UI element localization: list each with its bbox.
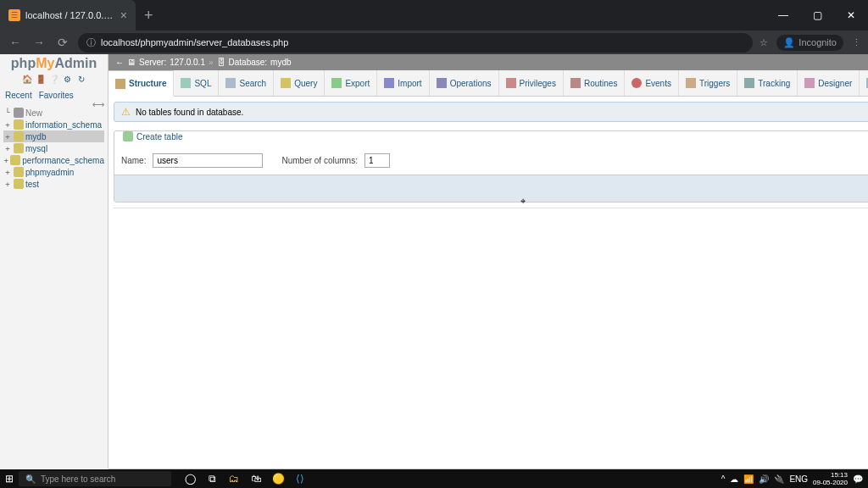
reload-button[interactable]: ⟳ xyxy=(54,36,71,49)
pma-logo[interactable]: phpMyAdmin xyxy=(0,54,108,73)
tab-favorites[interactable]: Favorites xyxy=(39,91,74,100)
import-icon xyxy=(384,78,394,88)
docs-icon[interactable]: ❔ xyxy=(48,75,59,86)
new-tab-button[interactable]: + xyxy=(136,0,162,30)
table-name-input[interactable] xyxy=(153,153,263,168)
export-icon xyxy=(331,78,342,88)
sql-icon xyxy=(181,78,191,88)
routines-icon xyxy=(570,78,581,88)
triggers-icon xyxy=(686,78,696,88)
lang-indicator[interactable]: ENG xyxy=(789,474,808,484)
search-icon: 🔍 xyxy=(25,474,36,484)
db-link[interactable]: mydb xyxy=(270,58,291,67)
query-icon xyxy=(281,78,291,88)
columns-label: Number of columns: xyxy=(281,156,357,165)
sound-icon[interactable]: 🔊 xyxy=(759,474,769,484)
close-window-button[interactable]: ✕ xyxy=(834,0,868,30)
home-icon[interactable]: 🏠 xyxy=(21,75,32,86)
cloud-icon[interactable]: ☁ xyxy=(730,474,738,484)
tab-operations[interactable]: Operations xyxy=(430,70,499,96)
tree-db-mysql[interactable]: +mysql xyxy=(3,142,104,154)
db-icon xyxy=(14,167,24,177)
no-tables-notice: ⚠ No tables found in database. xyxy=(114,102,868,122)
tree-new-db[interactable]: └New xyxy=(3,107,104,119)
incognito-badge[interactable]: 👤 Incognito xyxy=(776,35,843,51)
tray-up-icon[interactable]: ^ xyxy=(721,474,726,484)
maximize-button[interactable]: ▢ xyxy=(800,0,834,30)
tab-export[interactable]: Export xyxy=(325,70,377,96)
tree-db-phpmyadmin[interactable]: +phpmyadmin xyxy=(3,166,104,178)
separator xyxy=(114,208,868,208)
reload-nav-icon[interactable]: ↻ xyxy=(75,75,86,86)
recent-favorites-tabs: Recent Favorites xyxy=(0,87,108,103)
db-icon xyxy=(14,119,24,130)
events-icon xyxy=(632,78,642,88)
bookmark-icon[interactable]: ☆ xyxy=(760,37,768,48)
tab-structure[interactable]: Structure xyxy=(108,70,174,97)
address-bar: ← → ⟳ ⓘ localhost/phpmyadmin/server_data… xyxy=(0,30,868,54)
store-icon[interactable]: 🛍 xyxy=(246,471,266,486)
browser-tabs-bar: ☰ localhost / 127.0.0.1 / mydb | ph × + … xyxy=(0,0,868,30)
create-table-legend: Create table xyxy=(120,131,186,141)
nav-toggle-icon[interactable]: ← xyxy=(115,58,124,67)
cortana-icon[interactable]: ◯ xyxy=(180,471,200,486)
tab-query[interactable]: Query xyxy=(274,70,325,96)
tree-db-performance-schema[interactable]: +performance_schema xyxy=(3,154,104,166)
search-placeholder: Type here to search xyxy=(41,474,115,484)
browser-tab[interactable]: ☰ localhost / 127.0.0.1 / mydb | ph × xyxy=(0,0,136,30)
tab-import[interactable]: Import xyxy=(377,70,429,96)
logout-icon[interactable]: 🚪 xyxy=(35,75,46,86)
tab-central-columns[interactable]: Central columns xyxy=(860,70,868,96)
tab-designer[interactable]: Designer xyxy=(798,70,860,96)
tab-sql[interactable]: SQL xyxy=(174,70,219,96)
server-link[interactable]: 127.0.0.1 xyxy=(170,58,205,67)
tracking-icon xyxy=(744,78,754,88)
create-table-form-row: Name: Number of columns: xyxy=(114,147,868,175)
database-icon: 🗄 xyxy=(217,58,225,67)
database-tree: └New +information_schema +mydb +mysql +p… xyxy=(0,103,108,469)
designer-icon xyxy=(804,78,815,88)
tab-routines[interactable]: Routines xyxy=(564,70,625,96)
wifi-icon[interactable]: 📶 xyxy=(743,474,754,484)
vscode-icon[interactable]: ⟨⟩ xyxy=(290,471,310,486)
tree-db-mydb[interactable]: +mydb xyxy=(3,130,104,142)
settings-icon[interactable]: ⚙ xyxy=(62,75,73,86)
url-text: localhost/phpmyadmin/server_databases.ph… xyxy=(101,37,288,47)
create-table-icon xyxy=(123,131,133,141)
back-button[interactable]: ← xyxy=(7,36,24,49)
tree-db-test[interactable]: +test xyxy=(3,178,104,190)
forward-button[interactable]: → xyxy=(31,36,47,49)
tab-recent[interactable]: Recent xyxy=(5,91,32,100)
chrome-menu-icon[interactable]: ⋮ xyxy=(852,37,861,48)
explorer-icon[interactable]: 🗂 xyxy=(224,471,244,486)
incognito-icon: 👤 xyxy=(783,37,795,48)
tree-db-information-schema[interactable]: +information_schema xyxy=(3,119,104,130)
db-icon xyxy=(10,155,20,165)
tab-events[interactable]: Events xyxy=(625,70,679,96)
battery-icon[interactable]: 🔌 xyxy=(774,474,784,484)
collapse-sidebar-icon[interactable]: ⟷ xyxy=(92,100,104,109)
tab-tracking[interactable]: Tracking xyxy=(737,70,798,96)
sidebar: phpMyAdmin 🏠 🚪 ❔ ⚙ ↻ Recent Favorites ⟷ … xyxy=(0,54,108,469)
minimize-button[interactable]: — xyxy=(766,0,800,30)
tab-privileges[interactable]: Privileges xyxy=(499,70,564,96)
tab-search[interactable]: Search xyxy=(219,70,274,96)
taskbar-clock[interactable]: 15:13 09-05-2020 xyxy=(813,471,848,486)
url-input[interactable]: ⓘ localhost/phpmyadmin/server_databases.… xyxy=(78,33,753,53)
close-tab-icon[interactable]: × xyxy=(120,8,127,22)
topmenu: Structure SQL Search Query Export Import… xyxy=(108,70,868,97)
site-info-icon[interactable]: ⓘ xyxy=(86,36,96,49)
db-icon xyxy=(14,131,24,141)
tab-triggers[interactable]: Triggers xyxy=(679,70,737,96)
columns-count-input[interactable] xyxy=(364,153,390,168)
chrome-icon[interactable]: 🟡 xyxy=(268,471,288,486)
taskbar-search[interactable]: 🔍 Type here to search xyxy=(19,471,171,486)
main-panel: ← 🖥 Server: 127.0.0.1 » 🗄 Database: mydb… xyxy=(108,54,868,469)
start-button[interactable]: ⊞ xyxy=(0,473,19,485)
nav-icon-row: 🏠 🚪 ❔ ⚙ ↻ xyxy=(0,73,108,87)
taskview-icon[interactable]: ⧉ xyxy=(202,471,222,486)
notifications-icon[interactable]: 💬 xyxy=(853,474,863,484)
warning-icon: ⚠ xyxy=(121,106,131,118)
server-label: Server: xyxy=(139,58,166,67)
content-area: ⚠ No tables found in database. Create ta… xyxy=(108,97,868,469)
